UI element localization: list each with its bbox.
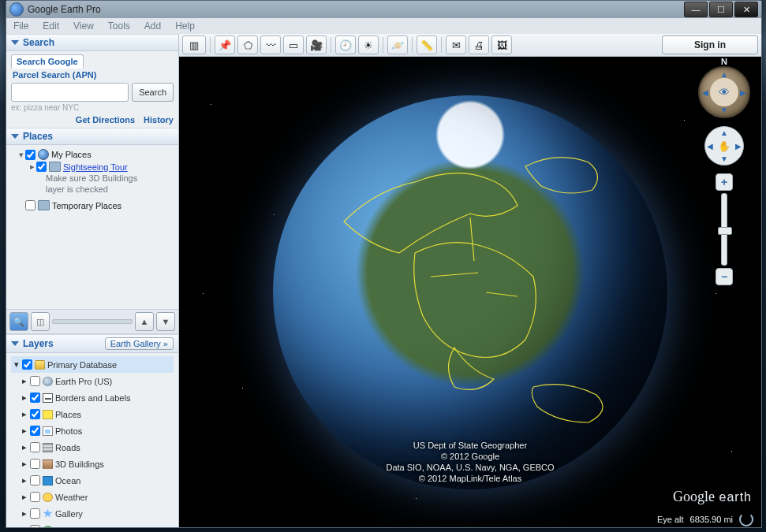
look-up-icon[interactable]: ▲ (720, 70, 728, 79)
checkbox-temporary[interactable] (25, 200, 35, 210)
layer-row[interactable]: ▸Earth Pro (US) (11, 373, 174, 389)
pan-down-icon[interactable]: ▼ (720, 154, 728, 163)
sightseeing-link[interactable]: Sightseeing Tour (63, 162, 128, 172)
map-canvas[interactable]: US Dept of State Geographer © 2012 Googl… (179, 57, 761, 527)
layer-checkbox[interactable] (30, 492, 40, 502)
compass-control[interactable]: N ▲ ▼ ◀ ▶ 👁 (698, 66, 750, 118)
record-tour-button[interactable]: 🎥 (306, 35, 327, 54)
toggle-sidebar-button[interactable]: ▥ (182, 35, 206, 54)
tab-parcel-search[interactable]: Parcel Search (APN) (13, 70, 174, 80)
layer-checkbox[interactable] (30, 376, 40, 386)
menu-tools[interactable]: Tools (101, 20, 137, 32)
menu-file[interactable]: File (6, 20, 35, 32)
maximize-button[interactable]: ☐ (709, 2, 733, 17)
search-button[interactable]: Search (132, 83, 174, 102)
expand-icon (17, 201, 24, 210)
expand-icon[interactable]: ▸ (22, 492, 27, 502)
expand-icon[interactable]: ▸ (22, 525, 27, 527)
look-left-icon[interactable]: ◀ (702, 88, 708, 97)
checkbox-my-places[interactable] (25, 150, 35, 160)
history-link[interactable]: History (144, 115, 174, 125)
expand-icon[interactable]: ▾ (14, 359, 19, 370)
ruler-button[interactable]: 📏 (417, 35, 437, 54)
down-button[interactable]: ▼ (156, 312, 175, 331)
checkbox-sightseeing[interactable] (36, 162, 47, 172)
expand-icon[interactable]: ▸ (22, 442, 27, 452)
layer-checkbox[interactable] (30, 392, 40, 403)
layer-checkbox[interactable] (30, 442, 40, 452)
tree-row-sightseeing[interactable]: ▸ Sightseeing Tour (11, 161, 174, 173)
layer-row[interactable]: ▸Weather (11, 489, 174, 505)
add-placemark-button[interactable]: 📌 (215, 35, 235, 54)
add-image-overlay-button[interactable]: ▭ (283, 35, 304, 54)
title-bar[interactable]: Google Earth Pro — ☐ ✕ (6, 1, 761, 18)
menu-add[interactable]: Add (137, 20, 168, 32)
places-panel-header[interactable]: Places (6, 128, 178, 145)
layer-checkbox[interactable] (30, 525, 40, 527)
status-bar: Eye alt 6835.90 mi (179, 512, 761, 527)
pan-right-icon[interactable]: ▶ (735, 142, 742, 151)
pan-up-icon[interactable]: ▲ (720, 128, 728, 137)
menu-view[interactable]: View (66, 20, 101, 32)
layer-checkbox[interactable] (30, 508, 40, 519)
split-button[interactable]: ◫ (31, 312, 50, 331)
layer-row[interactable]: ▸3D Buildings (11, 456, 174, 472)
minimize-button[interactable]: — (684, 2, 708, 17)
layer-row[interactable]: ▸Photos (11, 422, 174, 439)
zoom-slider[interactable] (721, 193, 727, 266)
folder-icon (49, 162, 61, 172)
close-button[interactable]: ✕ (734, 2, 758, 17)
expand-icon[interactable]: ▸ (22, 508, 27, 519)
layer-primary-database[interactable]: ▾ Primary Database (11, 356, 174, 373)
add-path-button[interactable]: 〰 (260, 35, 281, 54)
layer-row[interactable]: ▸Gallery (11, 505, 174, 522)
tree-row-my-places[interactable]: ▾ My Places (11, 148, 174, 161)
expand-icon[interactable]: ▸ (28, 162, 35, 172)
expand-icon[interactable]: ▸ (22, 392, 27, 403)
layer-row[interactable]: ▸Places (11, 406, 174, 422)
layer-row[interactable]: ▸Ocean (11, 472, 174, 489)
zoom-out-button[interactable]: − (716, 268, 733, 285)
search-input[interactable] (11, 83, 129, 102)
look-down-icon[interactable]: ▼ (720, 106, 728, 114)
layer-checkbox[interactable] (30, 459, 40, 469)
layer-row[interactable]: ▸Roads (11, 439, 174, 456)
layer-row[interactable]: ▸Borders and Labels (11, 389, 174, 406)
zoom-thumb[interactable] (718, 227, 732, 235)
pan-left-icon[interactable]: ◀ (707, 142, 713, 151)
menu-edit[interactable]: Edit (35, 20, 66, 32)
layer-checkbox[interactable] (30, 426, 40, 436)
save-image-button[interactable]: 🖼 (491, 35, 512, 54)
zoom-in-button[interactable]: + (716, 173, 733, 191)
look-right-icon[interactable]: ▶ (740, 88, 746, 97)
layers-panel-header[interactable]: Layers Earth Gallery » (6, 334, 178, 353)
checkbox-primary[interactable] (22, 359, 32, 370)
email-button[interactable]: ✉ (446, 35, 466, 54)
up-button[interactable]: ▲ (135, 312, 154, 331)
pan-control[interactable]: ▲ ▼ ◀ ▶ ✋ (704, 126, 744, 166)
get-directions-link[interactable]: Get Directions (76, 115, 135, 125)
opacity-slider[interactable] (52, 312, 133, 331)
planet-button[interactable]: 🪐 (387, 35, 408, 54)
menu-help[interactable]: Help (168, 20, 202, 32)
print-button[interactable]: 🖨 (469, 35, 489, 54)
sunlight-button[interactable]: ☀ (358, 35, 379, 54)
tab-search-google[interactable]: Search Google (11, 54, 84, 69)
expand-icon[interactable]: ▸ (22, 426, 27, 436)
tree-row-temporary[interactable]: Temporary Places (11, 199, 174, 211)
hand-icon: ✋ (718, 140, 731, 152)
layer-checkbox[interactable] (30, 409, 40, 419)
find-button[interactable]: 🔍 (9, 312, 28, 331)
expand-icon[interactable]: ▾ (17, 150, 24, 160)
add-polygon-button[interactable]: ⬠ (237, 35, 258, 54)
expand-icon[interactable]: ▸ (22, 409, 27, 419)
earth-gallery-button[interactable]: Earth Gallery » (105, 337, 174, 350)
historical-imagery-button[interactable]: 🕘 (335, 35, 356, 54)
expand-icon[interactable]: ▸ (22, 459, 27, 469)
layer-row[interactable]: ▸Global Awareness (11, 522, 174, 527)
expand-icon[interactable]: ▸ (22, 376, 27, 386)
sign-in-button[interactable]: Sign in (662, 35, 758, 54)
search-panel-header[interactable]: Search (6, 34, 178, 51)
layer-checkbox[interactable] (30, 475, 40, 485)
expand-icon[interactable]: ▸ (22, 475, 27, 485)
